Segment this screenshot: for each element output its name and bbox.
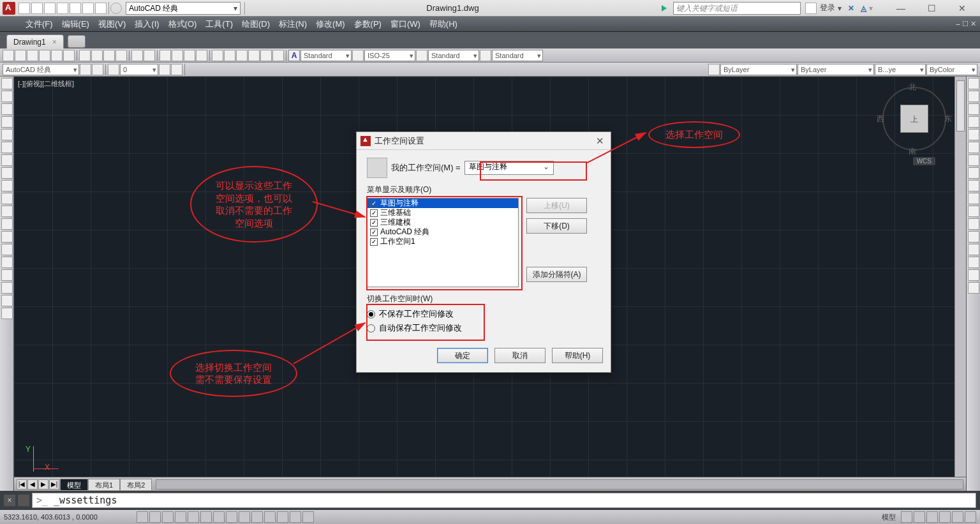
ml-style-combo[interactable]: Standard — [492, 50, 543, 61]
login-label[interactable]: 登录 — [820, 3, 835, 13]
list-item[interactable]: ✓AutoCAD 经典 — [368, 227, 518, 237]
viewcube-south[interactable]: 南 — [909, 146, 916, 157]
dim-style-combo[interactable]: ISO-25 — [364, 50, 415, 61]
layout-nav-prev[interactable]: ◀ — [27, 479, 38, 490]
linetype-combo[interactable]: ByLayer — [798, 64, 874, 75]
gear-icon[interactable] — [110, 3, 122, 14]
list-item[interactable]: ✓草图与注释 — [368, 198, 518, 208]
file-tab-drawing1[interactable]: Drawing1 × — [6, 34, 64, 49]
menu-help[interactable]: 帮助(H) — [429, 19, 457, 30]
exchange-icon[interactable]: ✕ — [848, 4, 854, 13]
list-item[interactable]: ✓工作空间1 — [368, 237, 518, 246]
tb-markup-icon[interactable] — [260, 50, 272, 61]
explode-icon[interactable] — [968, 282, 979, 294]
window-maximize[interactable]: ☐ — [917, 1, 946, 16]
cleanscreen-icon[interactable] — [965, 511, 976, 523]
lineweight-combo[interactable]: B...ye — [875, 64, 926, 75]
new-tab-button[interactable] — [68, 35, 85, 48]
viewcube-east[interactable]: 东 — [944, 114, 952, 124]
tb-pan-icon[interactable] — [160, 50, 171, 61]
move-down-button[interactable]: 下移(D) — [526, 218, 587, 234]
insert-icon[interactable] — [1, 218, 13, 230]
tb-undo-icon[interactable] — [131, 50, 143, 61]
play-icon[interactable] — [662, 5, 667, 11]
layout-tab-model[interactable]: 模型 — [60, 479, 88, 490]
viewcube[interactable]: 上 北 南 东 西 — [879, 84, 949, 154]
qat-redo-icon[interactable] — [95, 3, 107, 14]
grid-toggle-icon[interactable] — [149, 511, 161, 523]
signin-icon[interactable] — [805, 3, 817, 14]
command-input[interactable]: >_ _wssettings — [32, 493, 976, 508]
snap-toggle-icon[interactable] — [137, 511, 148, 523]
help-button[interactable]: 帮助(H) — [552, 348, 603, 363]
layer-props-icon[interactable] — [108, 64, 119, 75]
stretch-icon[interactable] — [968, 180, 979, 191]
table-icon[interactable] — [1, 295, 13, 306]
osnap-toggle-icon[interactable] — [188, 511, 199, 523]
isolate-icon[interactable] — [952, 511, 963, 523]
region-icon[interactable] — [1, 282, 13, 294]
spline-icon[interactable] — [1, 180, 13, 191]
menu-modify[interactable]: 修改(M) — [316, 19, 345, 30]
erase-icon[interactable] — [968, 78, 979, 89]
menu-insert[interactable]: 插入(I) — [135, 19, 159, 30]
menu-tools[interactable]: 工具(T) — [205, 19, 233, 30]
dim-style-icon[interactable] — [352, 50, 364, 61]
text-style-combo[interactable]: Standard — [301, 50, 352, 61]
menu-file[interactable]: 文件(F) — [26, 19, 53, 30]
offset-icon[interactable] — [968, 116, 979, 128]
radio-auto-save[interactable]: 自动保存工作空间修改 — [367, 321, 600, 335]
mtext-icon[interactable] — [1, 308, 13, 319]
search-input[interactable]: 键入关键字或短语 — [673, 2, 801, 15]
rectangle-icon[interactable] — [1, 129, 13, 140]
viewcube-west[interactable]: 西 — [877, 114, 884, 124]
coord-readout[interactable]: 5323.1610, 403.6013 , 0.0000 — [4, 513, 131, 521]
hatch-icon[interactable] — [1, 257, 13, 268]
tb-copy-icon[interactable] — [91, 50, 103, 61]
tb-prop-icon[interactable] — [212, 50, 223, 61]
table-style-combo[interactable]: Standard — [428, 50, 479, 61]
otrack-toggle-icon[interactable] — [213, 511, 225, 523]
chamfer-icon[interactable] — [968, 244, 979, 255]
block-icon[interactable] — [1, 231, 13, 243]
dialog-titlebar[interactable]: 工作空间设置 ✕ — [357, 132, 611, 150]
layout-nav-last[interactable]: ▶| — [49, 479, 59, 490]
cmdline-close-icon[interactable]: × — [4, 495, 15, 506]
tb-sheetset-icon[interactable] — [248, 50, 260, 61]
tb-zoomprev-icon[interactable] — [196, 50, 207, 61]
ws-settings-icon[interactable] — [80, 64, 91, 75]
rotate-icon[interactable] — [968, 154, 979, 166]
list-item[interactable]: ✓三维建模 — [368, 218, 518, 227]
trim-icon[interactable] — [968, 193, 979, 204]
layer-iso-icon[interactable] — [159, 64, 170, 75]
dyn-toggle-icon[interactable] — [239, 511, 250, 523]
qat-saveas-icon[interactable] — [57, 3, 68, 14]
workspace-listbox[interactable]: ✓草图与注释 ✓三维基础 ✓三维建模 ✓AutoCAD 经典 ✓工作空间1 — [367, 198, 519, 287]
menu-parametric[interactable]: 参数(P) — [354, 19, 382, 30]
hw-accel-icon[interactable] — [939, 511, 951, 523]
fillet-icon[interactable] — [968, 257, 979, 268]
arc-icon[interactable] — [1, 142, 13, 153]
text-style-icon[interactable]: A — [288, 50, 300, 61]
workspace-combo-2[interactable]: AutoCAD 经典 — [3, 64, 79, 75]
layout-hscroll[interactable] — [156, 479, 963, 490]
tb-open-icon[interactable] — [15, 50, 26, 61]
tb-paste-icon[interactable] — [103, 50, 115, 61]
tb-redo-icon[interactable] — [144, 50, 155, 61]
tb-calc-icon[interactable] — [272, 50, 284, 61]
model-paper-toggle[interactable]: 模型 — [878, 513, 900, 522]
3dosnap-toggle-icon[interactable] — [200, 511, 212, 523]
ducs-toggle-icon[interactable] — [226, 511, 237, 523]
annoscale-icon[interactable] — [901, 511, 912, 523]
layer-combo[interactable]: 0 — [120, 64, 158, 75]
qat-print-icon[interactable] — [70, 3, 81, 14]
radio-no-save[interactable]: 不保存工作空间修改 — [367, 307, 600, 321]
am-toggle-icon[interactable] — [302, 511, 314, 523]
ortho-toggle-icon[interactable] — [162, 511, 174, 523]
move-icon[interactable] — [968, 142, 979, 153]
copy-icon[interactable] — [968, 91, 979, 102]
menu-view[interactable]: 视图(V) — [98, 19, 126, 30]
qp-toggle-icon[interactable] — [277, 511, 288, 523]
layer-prev-icon[interactable] — [171, 64, 182, 75]
qat-save-icon[interactable] — [44, 3, 56, 14]
